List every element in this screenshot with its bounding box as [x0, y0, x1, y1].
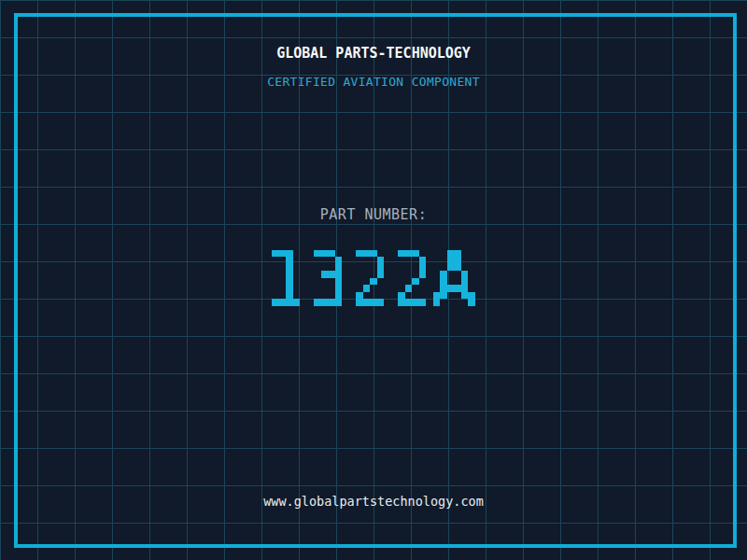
- brand-subtitle: CERTIFIED AVIATION COMPONENT: [0, 75, 747, 89]
- website-url: www.globalpartstechnology.com: [0, 494, 747, 509]
- part-number-label: PART NUMBER:: [0, 206, 747, 223]
- brand-title: GLOBAL PARTS-TECHNOLOGY: [0, 45, 747, 62]
- label-background: { "brand": { "title": "GLOBAL PARTS-TECH…: [0, 0, 747, 560]
- part-number-display: [258, 229, 489, 327]
